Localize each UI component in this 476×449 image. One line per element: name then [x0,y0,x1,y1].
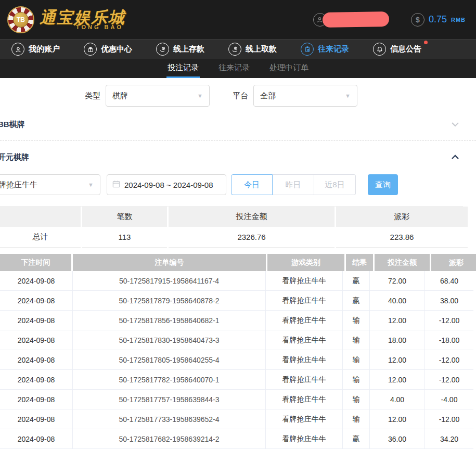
table-row: 2024-09-08 50-1725817733-1958639652-4 看牌… [0,409,473,429]
summary-header-row: 笔数 投注金额 派彩 [0,207,463,227]
cell-bet-amount: 12.00 [370,409,425,429]
cell-payout: -4.00 [425,390,473,409]
table-row: 2024-09-08 50-1725817757-1958639844-3 看牌… [0,390,473,409]
nav-label: 往来记录 [318,44,349,54]
dashed-divider [0,140,476,140]
col-result: 结果 [346,254,373,271]
nav-item-announcements[interactable]: 信息公告 [373,43,421,56]
nav-item-online-deposit[interactable]: 线上存款 [156,43,204,56]
yesterday-button[interactable]: 昨日 [273,174,314,195]
cell-game-type: 看牌抢庄牛牛 [266,429,343,449]
summary-total-payout: 223.86 [336,227,468,248]
date-range-input[interactable]: 2024-09-08 ~ 2024-09-08 [107,174,226,195]
nav-item-online-withdraw[interactable]: 线上取款 [228,43,277,56]
filter-row: 类型 棋牌 ▼ 平台 全部 ▼ [0,78,476,107]
cell-bet-amount: 4.00 [370,390,425,409]
cell-bet-id: 50-1725817782-1958640070-1 [73,370,266,390]
cell-game-type: 看牌抢庄牛牛 [266,330,343,350]
nav-label: 信息公告 [390,44,421,54]
brand-name-en: TONG BAO [76,24,125,30]
brand-name-cn: 通宝娱乐城 [40,9,125,25]
type-select[interactable]: 棋牌 ▼ [106,85,210,107]
table-row: 2024-09-08 50-1725817682-1958639214-2 看牌… [0,429,473,449]
nav-label: 线上取款 [246,44,277,54]
cell-bet-time: 2024-09-08 [0,429,73,449]
cell-bet-time: 2024-09-08 [0,370,73,390]
nav-label: 我的账户 [29,44,60,54]
cell-result: 输 [343,311,370,330]
cell-payout: 38.00 [425,291,473,311]
records-clipboard-icon [301,43,314,56]
record-tabs: 投注记录 往来记录 处理中订单 [0,59,476,78]
cell-payout: -12.00 [425,311,473,330]
table-body: 2024-09-08 50-1725817915-1958641167-4 看牌… [0,271,473,449]
deposit-coin-hand-icon [156,43,169,56]
last-8-days-button[interactable]: 近8日 [314,174,356,195]
cell-result: 赢 [343,291,370,311]
nav-item-my-account[interactable]: 我的账户 [11,43,60,56]
summary-table: 笔数 投注金额 派彩 总计 113 2326.76 223.86 [0,206,463,248]
balance-currency: RMB [451,17,466,23]
tab-bet-records[interactable]: 投注记录 [166,59,200,78]
col-payout: 派彩 [431,254,476,271]
content-area: 类型 棋牌 ▼ 平台 全部 ▼ BB棋牌 开元棋牌 看牌抢庄牛牛 ▼ 2024-… [0,78,476,449]
chevron-down-icon: ▼ [197,93,203,99]
section-kaiyuan-chess[interactable]: 开元棋牌 [0,151,476,163]
section-bb-chess[interactable]: BB棋牌 [0,118,476,131]
cell-bet-amount: 72.00 [370,271,425,291]
brand-logo[interactable]: TB 通宝娱乐城 TONG BAO [7,6,125,33]
platform-select[interactable]: 全部 ▼ [253,85,357,107]
header-right: $ 0.75 RMB [313,12,466,27]
tab-pending-orders[interactable]: 处理中订单 [268,59,310,78]
cell-result: 赢 [343,271,370,291]
table-row: 2024-09-08 50-1725817879-1958640878-2 看牌… [0,291,473,311]
chevron-down-icon[interactable] [451,120,459,129]
wallet-balance[interactable]: $ 0.75 RMB [411,13,466,27]
calendar-icon [112,180,120,189]
top-header: TB 通宝娱乐城 TONG BAO $ 0.75 RMB [0,0,476,39]
withdraw-coin-hand-icon [228,43,241,56]
chevron-down-icon: ▼ [345,93,351,99]
cell-payout: 68.40 [425,271,473,291]
cell-result: 输 [343,350,370,370]
date-range-value: 2024-09-08 ~ 2024-09-08 [124,181,213,189]
cell-bet-id: 50-1725817879-1958640878-2 [73,291,266,311]
poker-chip-icon: TB [7,6,34,33]
cell-bet-id: 50-1725817856-1958640682-1 [73,311,266,330]
cell-game-type: 看牌抢庄牛牛 [266,311,343,330]
col-game-type: 游戏类别 [267,254,344,271]
bell-icon [373,43,386,56]
cell-payout: -18.00 [425,330,473,350]
user-account-area[interactable] [313,12,389,27]
col-bet-id: 注单编号 [73,254,266,271]
game-select[interactable]: 看牌抢庄牛牛 ▼ [0,174,100,195]
summary-header-bet-amount: 投注金额 [169,207,335,227]
type-label: 类型 [85,91,100,101]
cell-bet-time: 2024-09-08 [0,291,73,311]
gift-icon [84,43,97,56]
table-row: 2024-09-08 50-1725817782-1958640070-1 看牌… [0,370,473,390]
chevron-up-icon[interactable] [451,153,459,161]
summary-total-bet-amount: 2326.76 [169,227,335,248]
main-nav: 我的账户 优惠中心 线上存款 线上取款 往来记录 信息公告 [0,39,476,59]
nav-label: 优惠中心 [101,44,132,54]
col-bet-amount: 投注金额 [375,254,430,271]
cell-game-type: 看牌抢庄牛牛 [266,271,343,291]
chip-tb-monogram: TB [13,12,29,28]
cell-bet-time: 2024-09-08 [0,390,73,409]
nav-item-promotions[interactable]: 优惠中心 [84,43,132,56]
notification-dot [424,41,428,44]
cell-game-type: 看牌抢庄牛牛 [266,390,343,409]
search-button[interactable]: 查询 [368,174,398,195]
table-row: 2024-09-08 50-1725817830-1958640473-3 看牌… [0,330,473,350]
cell-bet-id: 50-1725817915-1958641167-4 [73,271,266,291]
brand-text: 通宝娱乐城 TONG BAO [40,9,125,30]
chevron-down-icon: ▼ [88,182,94,188]
today-button[interactable]: 今日 [231,174,273,195]
cell-bet-time: 2024-09-08 [0,330,73,350]
nav-item-transaction-records[interactable]: 往来记录 [301,43,349,56]
cell-game-type: 看牌抢庄牛牛 [266,370,343,390]
cell-result: 输 [343,409,370,429]
tab-transaction-records[interactable]: 往来记录 [217,59,251,78]
summary-header-payout: 派彩 [336,207,468,227]
